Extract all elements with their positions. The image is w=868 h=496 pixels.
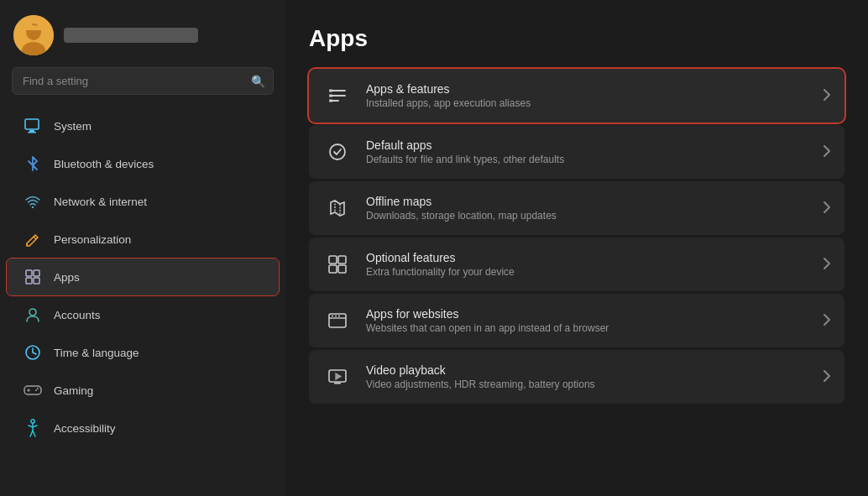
settings-subtitle-apps-for-websites: Websites that can open in an app instead… xyxy=(366,322,809,334)
username-bar xyxy=(64,28,198,43)
settings-item-apps-for-websites[interactable]: Apps for websitesWebsites that can open … xyxy=(309,294,844,347)
svg-point-11 xyxy=(29,309,36,316)
chevron-icon-optional-features xyxy=(823,257,831,273)
sidebar-item-label-accessibility: Accessibility xyxy=(54,422,116,435)
nav-icon-system xyxy=(24,117,42,135)
sidebar-item-system[interactable]: System xyxy=(7,107,279,144)
sidebar: 🔍 System Bluetooth & devices Network & i… xyxy=(0,0,285,496)
svg-rect-3 xyxy=(25,119,39,129)
sidebar-item-label-personalization: Personalization xyxy=(54,233,131,246)
svg-point-16 xyxy=(31,420,34,423)
settings-title-apps-for-websites: Apps for websites xyxy=(366,307,809,321)
svg-rect-10 xyxy=(34,278,39,284)
settings-text-apps-for-websites: Apps for websitesWebsites that can open … xyxy=(366,307,809,334)
svg-point-15 xyxy=(37,388,39,389)
svg-rect-21 xyxy=(329,94,332,97)
svg-rect-33 xyxy=(334,383,341,384)
svg-rect-20 xyxy=(329,89,332,92)
settings-title-offline-maps: Offline maps xyxy=(366,195,809,208)
nav-icon-gaming xyxy=(24,381,42,399)
settings-subtitle-optional-features: Extra functionality for your device xyxy=(366,266,809,278)
svg-point-23 xyxy=(330,144,345,159)
settings-text-video-playback: Video playbackVideo adjustments, HDR str… xyxy=(366,363,809,390)
svg-rect-27 xyxy=(338,265,346,273)
sidebar-header xyxy=(0,0,285,67)
svg-point-14 xyxy=(35,389,37,391)
sidebar-item-label-system: System xyxy=(54,120,92,133)
svg-rect-26 xyxy=(329,265,337,273)
settings-icon-apps-for-websites xyxy=(322,305,353,336)
svg-rect-8 xyxy=(34,270,39,276)
sidebar-item-network[interactable]: Network & internet xyxy=(7,183,279,220)
settings-text-default-apps: Default appsDefaults for file and link t… xyxy=(366,138,809,165)
svg-rect-25 xyxy=(338,256,346,264)
sidebar-item-accessibility[interactable]: Accessibility xyxy=(7,410,279,446)
svg-rect-9 xyxy=(26,278,32,284)
svg-point-30 xyxy=(335,316,337,317)
nav-icon-accessibility xyxy=(24,419,42,437)
sidebar-item-label-accounts: Accounts xyxy=(54,309,101,321)
settings-title-video-playback: Video playback xyxy=(366,363,809,377)
svg-rect-5 xyxy=(28,132,36,133)
sidebar-item-gaming[interactable]: Gaming xyxy=(7,372,279,409)
nav-icon-network xyxy=(24,192,42,211)
svg-rect-24 xyxy=(329,256,337,264)
settings-text-optional-features: Optional featuresExtra functionality for… xyxy=(366,251,809,278)
page-title: Apps xyxy=(309,25,844,52)
settings-list: Apps & featuresInstalled apps, app execu… xyxy=(309,69,844,404)
settings-icon-default-apps xyxy=(322,137,353,167)
settings-item-optional-features[interactable]: Optional featuresExtra functionality for… xyxy=(309,238,844,291)
settings-subtitle-apps-features: Installed apps, app execution aliases xyxy=(366,97,809,109)
nav-icon-apps xyxy=(24,268,42,286)
sidebar-item-label-gaming: Gaming xyxy=(54,384,93,397)
settings-icon-offline-maps xyxy=(322,193,353,223)
chevron-icon-offline-maps xyxy=(823,201,831,217)
settings-subtitle-video-playback: Video adjustments, HDR streaming, batter… xyxy=(366,379,809,390)
svg-rect-4 xyxy=(29,130,34,132)
sidebar-item-time[interactable]: Time & language xyxy=(7,334,279,371)
settings-subtitle-default-apps: Defaults for file and link types, other … xyxy=(366,154,809,165)
nav-icon-time xyxy=(24,343,42,362)
sidebar-item-bluetooth[interactable]: Bluetooth & devices xyxy=(7,145,279,182)
svg-rect-22 xyxy=(329,99,332,102)
settings-item-video-playback[interactable]: Video playbackVideo adjustments, HDR str… xyxy=(309,350,844,404)
nav-icon-accounts xyxy=(24,305,42,324)
settings-item-apps-features[interactable]: Apps & featuresInstalled apps, app execu… xyxy=(309,69,844,123)
nav-list: System Bluetooth & devices Network & int… xyxy=(0,103,285,496)
settings-text-offline-maps: Offline mapsDownloads, storage location,… xyxy=(366,195,809,222)
chevron-icon-video-playback xyxy=(823,369,831,385)
search-icon: 🔍 xyxy=(251,75,265,88)
sidebar-item-label-time: Time & language xyxy=(54,347,139,359)
svg-rect-7 xyxy=(26,270,32,276)
settings-icon-apps-features xyxy=(322,81,353,111)
settings-text-apps-features: Apps & featuresInstalled apps, app execu… xyxy=(366,82,809,109)
settings-title-optional-features: Optional features xyxy=(366,251,809,264)
main-content: Apps Apps & featuresInstalled apps, app … xyxy=(285,0,868,496)
sidebar-item-personalization[interactable]: Personalization xyxy=(7,221,279,258)
sidebar-item-apps[interactable]: Apps xyxy=(7,258,279,295)
settings-item-offline-maps[interactable]: Offline mapsDownloads, storage location,… xyxy=(309,181,844,235)
sidebar-item-label-bluetooth: Bluetooth & devices xyxy=(54,158,154,170)
sidebar-item-accounts[interactable]: Accounts xyxy=(7,296,279,333)
search-box[interactable]: 🔍 xyxy=(12,67,274,95)
svg-point-31 xyxy=(338,316,340,317)
sidebar-item-label-network: Network & internet xyxy=(54,196,147,208)
svg-point-29 xyxy=(332,316,333,317)
svg-point-6 xyxy=(32,206,34,208)
settings-item-default-apps[interactable]: Default appsDefaults for file and link t… xyxy=(309,125,844,179)
chevron-icon-apps-features xyxy=(823,88,831,104)
settings-title-default-apps: Default apps xyxy=(366,138,809,152)
avatar xyxy=(13,15,54,55)
settings-icon-video-playback xyxy=(322,362,353,392)
svg-rect-13 xyxy=(24,386,41,394)
settings-icon-optional-features xyxy=(322,249,353,279)
settings-title-apps-features: Apps & features xyxy=(366,82,809,96)
chevron-icon-default-apps xyxy=(823,144,831,160)
chevron-icon-apps-for-websites xyxy=(823,313,831,329)
nav-icon-personalization xyxy=(24,230,42,248)
settings-subtitle-offline-maps: Downloads, storage location, map updates xyxy=(366,210,809,222)
nav-icon-bluetooth xyxy=(24,154,42,173)
svg-rect-28 xyxy=(329,314,346,327)
search-input[interactable] xyxy=(12,67,274,95)
sidebar-item-label-apps: Apps xyxy=(54,271,80,284)
